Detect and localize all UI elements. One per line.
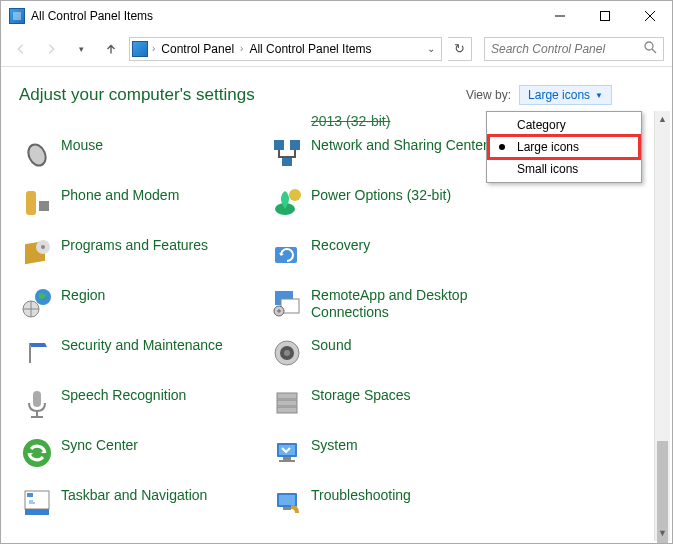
view-by-selector[interactable]: Large icons ▼ (519, 85, 612, 105)
dropdown-item-small-icons[interactable]: Small icons (489, 158, 639, 180)
svg-rect-0 (600, 12, 609, 21)
scroll-down-button[interactable]: ▼ (655, 525, 670, 541)
remoteapp-icon (271, 287, 303, 319)
phone-icon (21, 187, 53, 219)
dropdown-item-category[interactable]: Category (489, 114, 639, 136)
item-phone-modem[interactable]: Phone and Modem (21, 183, 271, 219)
search-icon[interactable] (644, 41, 657, 57)
svg-point-1 (645, 42, 653, 50)
system-icon (271, 437, 303, 469)
vertical-scrollbar[interactable]: ▲ ▼ (654, 111, 670, 541)
address-icon (132, 41, 148, 57)
svg-point-12 (41, 245, 45, 249)
selected-bullet-icon (499, 144, 505, 150)
item-storage-spaces[interactable]: Storage Spaces (271, 383, 411, 419)
item-sound[interactable]: Sound (271, 333, 351, 369)
view-by-dropdown: Category Large icons Small icons (486, 111, 642, 183)
microphone-icon (21, 387, 53, 419)
items-grid: Mouse Network and Sharing Center Phone a… (21, 133, 638, 533)
up-button[interactable] (99, 37, 123, 61)
network-icon (271, 137, 303, 169)
breadcrumb-root[interactable]: Control Panel (155, 42, 240, 56)
svg-rect-7 (39, 201, 49, 211)
cutoff-item-label[interactable]: 2013 (32-bit) (311, 113, 390, 129)
svg-rect-4 (274, 140, 284, 150)
refresh-button[interactable]: ↻ (448, 37, 472, 61)
sync-icon (21, 437, 53, 469)
item-region[interactable]: Region (21, 283, 271, 319)
title-bar: All Control Panel Items (1, 1, 672, 31)
close-button[interactable] (627, 1, 672, 31)
power-icon (271, 187, 303, 219)
forward-button[interactable] (39, 37, 63, 61)
item-recovery[interactable]: Recovery (271, 233, 370, 269)
svg-rect-30 (279, 460, 295, 462)
breadcrumb-current[interactable]: All Control Panel Items (243, 42, 377, 56)
item-label: Network and Sharing Center (311, 137, 488, 154)
item-sync-center[interactable]: Sync Center (21, 433, 271, 469)
address-bar[interactable]: › Control Panel › All Control Panel Item… (129, 37, 442, 61)
item-troubleshooting[interactable]: Troubleshooting (271, 483, 411, 519)
item-label: Sync Center (61, 437, 138, 454)
programs-icon (21, 237, 53, 269)
svg-rect-36 (283, 507, 291, 510)
item-speech-recognition[interactable]: Speech Recognition (21, 383, 271, 419)
svg-rect-29 (283, 457, 291, 460)
svg-rect-5 (290, 140, 300, 150)
view-by-control: View by: Large icons ▼ (466, 85, 612, 105)
window-controls (537, 1, 672, 31)
recovery-icon (271, 237, 303, 269)
item-mouse[interactable]: Mouse (21, 133, 271, 169)
control-panel-icon (9, 8, 25, 24)
item-programs-features[interactable]: Programs and Features (21, 233, 271, 269)
item-remoteapp[interactable]: RemoteApp and Desktop Connections (271, 283, 491, 321)
svg-point-9 (289, 189, 301, 201)
content-area: Adjust your computer's settings View by:… (1, 67, 672, 543)
security-icon (21, 337, 53, 369)
item-label: System (311, 437, 358, 454)
item-label: Security and Maintenance (61, 337, 223, 354)
taskbar-icon (21, 487, 53, 519)
item-label: Mouse (61, 137, 103, 154)
view-by-current: Large icons (528, 88, 590, 102)
svg-rect-22 (33, 391, 41, 407)
recent-locations-button[interactable]: ▾ (69, 37, 93, 61)
svg-point-26 (23, 439, 51, 467)
region-icon (21, 287, 53, 319)
item-system[interactable]: System (271, 433, 358, 469)
search-input[interactable] (491, 42, 644, 56)
item-power-options[interactable]: Power Options (32-bit) (271, 183, 451, 219)
item-label: Taskbar and Navigation (61, 487, 207, 504)
dropdown-item-large-icons[interactable]: Large icons (489, 136, 639, 158)
chevron-down-icon: ▼ (595, 91, 603, 100)
window-title: All Control Panel Items (31, 9, 153, 23)
control-panel-window: All Control Panel Items ▾ › Cont (0, 0, 673, 544)
navigation-bar: ▾ › Control Panel › All Control Panel It… (1, 31, 672, 67)
svg-rect-32 (25, 509, 49, 515)
svg-rect-24 (277, 400, 297, 406)
minimize-button[interactable] (537, 1, 582, 31)
svg-point-21 (284, 350, 290, 356)
mouse-icon (21, 137, 53, 169)
dropdown-item-label: Category (517, 118, 566, 132)
item-security-maintenance[interactable]: Security and Maintenance (21, 333, 271, 369)
maximize-button[interactable] (582, 1, 627, 31)
dropdown-item-label: Large icons (517, 140, 579, 154)
item-label: Troubleshooting (311, 487, 411, 504)
search-box[interactable] (484, 37, 664, 61)
item-label: Sound (311, 337, 351, 354)
troubleshooting-icon (271, 487, 303, 519)
svg-rect-35 (279, 495, 295, 505)
back-button[interactable] (9, 37, 33, 61)
item-label: RemoteApp and Desktop Connections (311, 287, 491, 321)
dropdown-item-label: Small icons (517, 162, 578, 176)
item-label: Region (61, 287, 105, 304)
svg-rect-23 (277, 393, 297, 399)
scroll-up-button[interactable]: ▲ (655, 111, 670, 127)
item-network-sharing[interactable]: Network and Sharing Center (271, 133, 488, 169)
item-label: Phone and Modem (61, 187, 179, 204)
item-taskbar-navigation[interactable]: Taskbar and Navigation (21, 483, 271, 519)
svg-rect-25 (277, 407, 297, 413)
address-dropdown-icon[interactable]: ⌄ (423, 43, 439, 54)
svg-rect-33 (27, 493, 33, 497)
